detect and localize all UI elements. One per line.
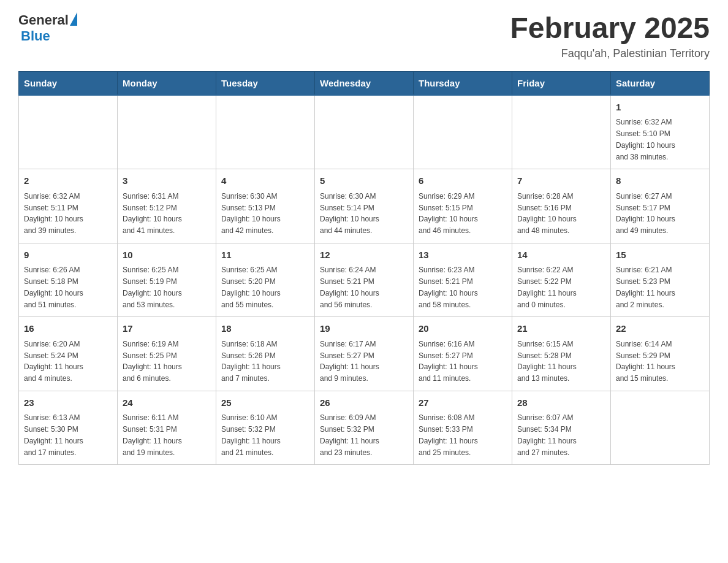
day-number: 3 bbox=[123, 174, 211, 188]
day-number: 27 bbox=[419, 396, 507, 410]
calendar-cell bbox=[216, 95, 315, 169]
weekday-header-sunday: Sunday bbox=[19, 71, 118, 95]
calendar-cell: 6Sunrise: 6:29 AM Sunset: 5:15 PM Daylig… bbox=[414, 169, 512, 243]
calendar-cell: 17Sunrise: 6:19 AM Sunset: 5:25 PM Dayli… bbox=[118, 317, 216, 391]
calendar-cell: 12Sunrise: 6:24 AM Sunset: 5:21 PM Dayli… bbox=[315, 243, 414, 317]
page-title: February 2025 bbox=[510, 12, 710, 45]
day-number: 19 bbox=[320, 322, 408, 336]
day-info: Sunrise: 6:14 AM Sunset: 5:29 PM Dayligh… bbox=[616, 340, 675, 383]
day-info: Sunrise: 6:25 AM Sunset: 5:19 PM Dayligh… bbox=[123, 266, 182, 308]
day-info: Sunrise: 6:23 AM Sunset: 5:21 PM Dayligh… bbox=[419, 266, 478, 308]
day-info: Sunrise: 6:30 AM Sunset: 5:14 PM Dayligh… bbox=[320, 192, 379, 235]
day-info: Sunrise: 6:31 AM Sunset: 5:12 PM Dayligh… bbox=[123, 192, 182, 235]
calendar-cell bbox=[118, 95, 216, 169]
day-number: 9 bbox=[24, 248, 112, 262]
day-info: Sunrise: 6:26 AM Sunset: 5:18 PM Dayligh… bbox=[24, 266, 83, 308]
calendar-cell: 11Sunrise: 6:25 AM Sunset: 5:20 PM Dayli… bbox=[216, 243, 315, 317]
day-number: 1 bbox=[616, 101, 704, 115]
day-info: Sunrise: 6:17 AM Sunset: 5:27 PM Dayligh… bbox=[320, 340, 379, 383]
calendar-week-2: 2Sunrise: 6:32 AM Sunset: 5:11 PM Daylig… bbox=[19, 169, 710, 243]
day-number: 2 bbox=[24, 174, 112, 188]
day-info: Sunrise: 6:25 AM Sunset: 5:20 PM Dayligh… bbox=[221, 266, 281, 308]
calendar-cell bbox=[512, 95, 611, 169]
calendar-cell: 14Sunrise: 6:22 AM Sunset: 5:22 PM Dayli… bbox=[512, 243, 611, 317]
weekday-header-tuesday: Tuesday bbox=[216, 71, 315, 95]
calendar-table: SundayMondayTuesdayWednesdayThursdayFrid… bbox=[18, 71, 710, 465]
day-number: 11 bbox=[221, 248, 309, 262]
calendar-cell: 10Sunrise: 6:25 AM Sunset: 5:19 PM Dayli… bbox=[118, 243, 216, 317]
day-info: Sunrise: 6:16 AM Sunset: 5:27 PM Dayligh… bbox=[419, 340, 478, 383]
day-number: 6 bbox=[419, 174, 507, 188]
day-number: 4 bbox=[221, 174, 309, 188]
calendar-cell: 16Sunrise: 6:20 AM Sunset: 5:24 PM Dayli… bbox=[19, 317, 118, 391]
calendar-cell: 5Sunrise: 6:30 AM Sunset: 5:14 PM Daylig… bbox=[315, 169, 414, 243]
day-number: 10 bbox=[123, 248, 211, 262]
day-info: Sunrise: 6:11 AM Sunset: 5:31 PM Dayligh… bbox=[123, 413, 182, 456]
calendar-cell: 2Sunrise: 6:32 AM Sunset: 5:11 PM Daylig… bbox=[19, 169, 118, 243]
day-number: 12 bbox=[320, 248, 408, 262]
day-number: 28 bbox=[517, 396, 605, 410]
day-info: Sunrise: 6:07 AM Sunset: 5:34 PM Dayligh… bbox=[517, 413, 577, 456]
day-number: 17 bbox=[123, 322, 211, 336]
logo-triangle-icon bbox=[70, 12, 77, 26]
day-info: Sunrise: 6:28 AM Sunset: 5:16 PM Dayligh… bbox=[517, 192, 577, 235]
day-number: 22 bbox=[616, 322, 704, 336]
day-info: Sunrise: 6:27 AM Sunset: 5:17 PM Dayligh… bbox=[616, 192, 675, 235]
calendar-cell: 23Sunrise: 6:13 AM Sunset: 5:30 PM Dayli… bbox=[19, 391, 118, 465]
day-info: Sunrise: 6:18 AM Sunset: 5:26 PM Dayligh… bbox=[221, 340, 281, 383]
page-subtitle: Faqqu'ah, Palestinian Territory bbox=[510, 47, 710, 60]
day-info: Sunrise: 6:21 AM Sunset: 5:23 PM Dayligh… bbox=[616, 266, 675, 308]
calendar-cell bbox=[611, 391, 710, 465]
weekday-header-friday: Friday bbox=[512, 71, 611, 95]
calendar-cell: 19Sunrise: 6:17 AM Sunset: 5:27 PM Dayli… bbox=[315, 317, 414, 391]
weekday-header-thursday: Thursday bbox=[414, 71, 512, 95]
day-number: 23 bbox=[24, 396, 112, 410]
logo: General Blue bbox=[18, 12, 77, 44]
day-number: 14 bbox=[517, 248, 605, 262]
calendar-cell: 3Sunrise: 6:31 AM Sunset: 5:12 PM Daylig… bbox=[118, 169, 216, 243]
day-number: 21 bbox=[517, 322, 605, 336]
weekday-header-wednesday: Wednesday bbox=[315, 71, 414, 95]
day-info: Sunrise: 6:30 AM Sunset: 5:13 PM Dayligh… bbox=[221, 192, 281, 235]
calendar-body: 1Sunrise: 6:32 AM Sunset: 5:10 PM Daylig… bbox=[19, 95, 710, 465]
day-info: Sunrise: 6:32 AM Sunset: 5:11 PM Dayligh… bbox=[24, 192, 83, 235]
logo-text-blue: Blue bbox=[21, 28, 50, 44]
calendar-cell: 18Sunrise: 6:18 AM Sunset: 5:26 PM Dayli… bbox=[216, 317, 315, 391]
logo-text-general: General bbox=[18, 12, 69, 28]
calendar-cell: 13Sunrise: 6:23 AM Sunset: 5:21 PM Dayli… bbox=[414, 243, 512, 317]
calendar-cell: 22Sunrise: 6:14 AM Sunset: 5:29 PM Dayli… bbox=[611, 317, 710, 391]
day-number: 7 bbox=[517, 174, 605, 188]
calendar-cell bbox=[19, 95, 118, 169]
day-info: Sunrise: 6:20 AM Sunset: 5:24 PM Dayligh… bbox=[24, 340, 83, 383]
calendar-header: SundayMondayTuesdayWednesdayThursdayFrid… bbox=[19, 71, 710, 95]
calendar-cell: 9Sunrise: 6:26 AM Sunset: 5:18 PM Daylig… bbox=[19, 243, 118, 317]
calendar-cell: 7Sunrise: 6:28 AM Sunset: 5:16 PM Daylig… bbox=[512, 169, 611, 243]
calendar-week-4: 16Sunrise: 6:20 AM Sunset: 5:24 PM Dayli… bbox=[19, 317, 710, 391]
day-info: Sunrise: 6:10 AM Sunset: 5:32 PM Dayligh… bbox=[221, 413, 281, 456]
day-number: 15 bbox=[616, 248, 704, 262]
day-info: Sunrise: 6:09 AM Sunset: 5:32 PM Dayligh… bbox=[320, 413, 379, 456]
calendar-cell: 4Sunrise: 6:30 AM Sunset: 5:13 PM Daylig… bbox=[216, 169, 315, 243]
calendar-week-3: 9Sunrise: 6:26 AM Sunset: 5:18 PM Daylig… bbox=[19, 243, 710, 317]
day-number: 20 bbox=[419, 322, 507, 336]
day-info: Sunrise: 6:32 AM Sunset: 5:10 PM Dayligh… bbox=[616, 118, 675, 161]
calendar-cell: 26Sunrise: 6:09 AM Sunset: 5:32 PM Dayli… bbox=[315, 391, 414, 465]
day-number: 16 bbox=[24, 322, 112, 336]
day-number: 8 bbox=[616, 174, 704, 188]
calendar-cell: 27Sunrise: 6:08 AM Sunset: 5:33 PM Dayli… bbox=[414, 391, 512, 465]
calendar-cell bbox=[414, 95, 512, 169]
calendar-cell: 15Sunrise: 6:21 AM Sunset: 5:23 PM Dayli… bbox=[611, 243, 710, 317]
day-number: 25 bbox=[221, 396, 309, 410]
day-number: 5 bbox=[320, 174, 408, 188]
calendar-cell: 1Sunrise: 6:32 AM Sunset: 5:10 PM Daylig… bbox=[611, 95, 710, 169]
calendar-week-5: 23Sunrise: 6:13 AM Sunset: 5:30 PM Dayli… bbox=[19, 391, 710, 465]
page-header: General Blue February 2025 Faqqu'ah, Pal… bbox=[18, 12, 710, 60]
calendar-cell: 28Sunrise: 6:07 AM Sunset: 5:34 PM Dayli… bbox=[512, 391, 611, 465]
day-number: 18 bbox=[221, 322, 309, 336]
day-info: Sunrise: 6:19 AM Sunset: 5:25 PM Dayligh… bbox=[123, 340, 182, 383]
day-info: Sunrise: 6:08 AM Sunset: 5:33 PM Dayligh… bbox=[419, 413, 478, 456]
calendar-cell: 20Sunrise: 6:16 AM Sunset: 5:27 PM Dayli… bbox=[414, 317, 512, 391]
day-number: 24 bbox=[123, 396, 211, 410]
weekday-header-saturday: Saturday bbox=[611, 71, 710, 95]
day-number: 13 bbox=[419, 248, 507, 262]
